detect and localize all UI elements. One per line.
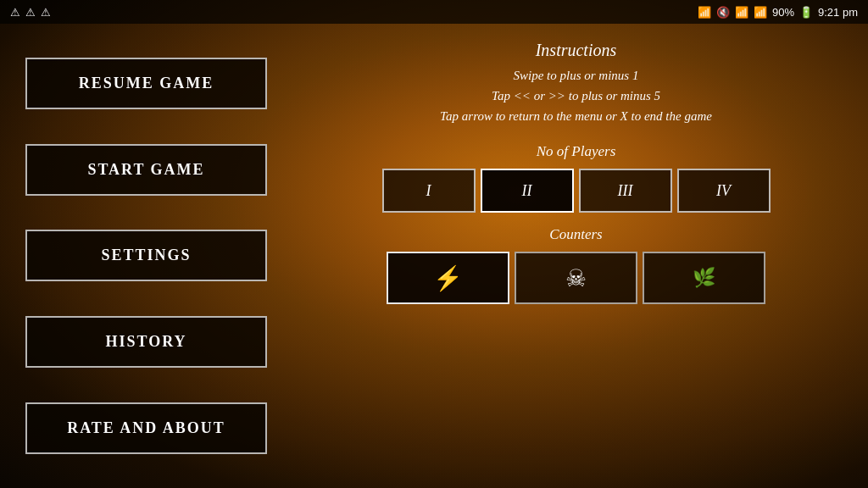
settings-button[interactable]: SETTINGS bbox=[25, 230, 267, 281]
instructions-line-3: Tap arrow to return to the menu or X to … bbox=[440, 106, 712, 126]
instructions-line-2: Tap << or >> to plus or minus 5 bbox=[440, 86, 712, 106]
wifi-icon: 📶 bbox=[735, 6, 748, 19]
lightning-counter-button[interactable]: ⚡ bbox=[387, 252, 509, 304]
rate-and-about-button[interactable]: RATE AND ABOUT bbox=[25, 402, 267, 454]
players-section: No of Players I II III IV bbox=[309, 143, 843, 213]
players-label: No of Players bbox=[309, 143, 843, 160]
status-bar: ⚠ ⚠ ⚠ 📶 🔇 📶 📶 90% 🔋 9:21 pm bbox=[0, 0, 868, 24]
player-4-button[interactable]: IV bbox=[677, 169, 771, 213]
time-display: 9:21 pm bbox=[818, 6, 858, 19]
mute-icon: 🔇 bbox=[716, 6, 730, 19]
signal-icon: 📶 bbox=[754, 6, 767, 19]
main-content: RESUME GAME START GAME SETTINGS HISTORY … bbox=[0, 24, 868, 488]
resume-game-button[interactable]: RESUME GAME bbox=[25, 58, 267, 109]
bluetooth-icon: 📶 bbox=[698, 6, 711, 19]
battery-level: 90% bbox=[772, 6, 794, 19]
warning-icon-1: ⚠ bbox=[10, 6, 20, 19]
battery-icon: 🔋 bbox=[799, 6, 813, 19]
instructions-line-1: Swipe to plus or minus 1 bbox=[440, 65, 712, 86]
player-1-button[interactable]: I bbox=[382, 169, 476, 213]
counters-section: Counters ⚡ ☠ 🌿 bbox=[309, 226, 843, 304]
left-panel: RESUME GAME START GAME SETTINGS HISTORY … bbox=[0, 24, 292, 488]
player-3-button[interactable]: III bbox=[579, 169, 672, 213]
instructions-title: Instructions bbox=[440, 41, 712, 60]
mana-counter-button[interactable]: 🌿 bbox=[643, 252, 765, 304]
right-panel: Instructions Swipe to plus or minus 1 Ta… bbox=[292, 24, 868, 488]
start-game-button[interactable]: START GAME bbox=[25, 144, 267, 196]
warning-icon-2: ⚠ bbox=[25, 6, 36, 19]
warning-icon-3: ⚠ bbox=[41, 6, 51, 19]
history-button[interactable]: HISTORY bbox=[25, 316, 267, 368]
player-2-button[interactable]: II bbox=[481, 169, 574, 213]
counters-label: Counters bbox=[309, 226, 843, 243]
instructions-panel: Instructions Swipe to plus or minus 1 Ta… bbox=[440, 41, 712, 126]
counters-buttons: ⚡ ☠ 🌿 bbox=[309, 252, 843, 304]
status-left: ⚠ ⚠ ⚠ bbox=[10, 6, 51, 19]
status-right: 📶 🔇 📶 📶 90% 🔋 9:21 pm bbox=[698, 6, 858, 19]
skull-counter-button[interactable]: ☠ bbox=[515, 252, 637, 304]
players-buttons: I II III IV bbox=[309, 169, 843, 213]
